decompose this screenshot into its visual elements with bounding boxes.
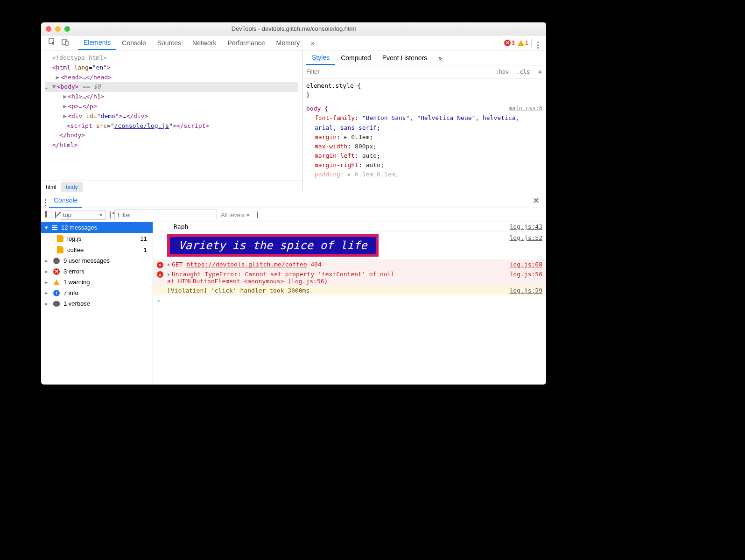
device-toggle-icon[interactable] bbox=[59, 36, 72, 49]
sidebar-user-messages[interactable]: ▸9 user messages bbox=[41, 255, 153, 266]
file-icon bbox=[57, 235, 63, 242]
tab-performance[interactable]: Performance bbox=[222, 36, 270, 49]
drawer-tab-console[interactable]: Console bbox=[49, 194, 82, 208]
warning-icon bbox=[518, 40, 524, 46]
add-rule-icon[interactable]: + bbox=[534, 67, 546, 77]
window-title: DevTools - devtools.glitch.me/console/lo… bbox=[70, 25, 517, 32]
svg-rect-4 bbox=[45, 211, 47, 217]
clear-console-icon[interactable] bbox=[55, 211, 56, 218]
selected-dom-node[interactable]: … ▼<body> == $0 bbox=[45, 82, 298, 92]
sidebar-info[interactable]: ▸i7 info bbox=[41, 287, 153, 298]
info-icon: i bbox=[53, 290, 60, 296]
tab-sources[interactable]: Sources bbox=[152, 36, 187, 49]
devtools-window: DevTools - devtools.glitch.me/console/lo… bbox=[41, 22, 546, 385]
sidebar-verbose[interactable]: ▸1 verbose bbox=[41, 298, 153, 309]
maximize-window-icon[interactable] bbox=[64, 26, 70, 32]
css-rules[interactable]: element.style { } main.css:6 body { font… bbox=[302, 78, 546, 182]
log-row-error[interactable]: ✕ ▸Uncaught TypeError: Cannot set proper… bbox=[153, 270, 546, 286]
tab-memory[interactable]: Memory bbox=[271, 36, 306, 49]
sidebar-file-coffee[interactable]: coffee1 bbox=[41, 244, 153, 255]
styled-log-message: Variety is the spice of life bbox=[167, 234, 379, 257]
kebab-menu-icon[interactable] bbox=[534, 35, 541, 50]
error-icon: ✕ bbox=[53, 268, 60, 275]
tab-elements[interactable]: Elements bbox=[78, 36, 116, 50]
traffic-lights bbox=[46, 26, 70, 32]
dom-breadcrumb: html body bbox=[41, 181, 302, 193]
hov-toggle[interactable]: :hov bbox=[492, 69, 513, 75]
console-drawer: Console ✕ top▾ All levels ▾ ▾ 12 message… bbox=[41, 193, 546, 385]
console-messages: Raph log.js:43 Variety is the spice of l… bbox=[153, 222, 546, 385]
error-icon: ✕ bbox=[504, 40, 511, 46]
main-tab-bar: Elements Console Sources Network Perform… bbox=[41, 35, 546, 50]
css-source-link[interactable]: main.css:6 bbox=[509, 104, 542, 113]
tab-event-listeners[interactable]: Event Listeners bbox=[377, 51, 433, 64]
dom-panel: <!doctype html> <html lang="en"> ▶<head>… bbox=[41, 50, 302, 193]
log-level-selector[interactable]: All levels ▾ bbox=[221, 211, 250, 218]
tab-more[interactable]: » bbox=[305, 36, 320, 49]
source-link[interactable]: log.js:56 bbox=[504, 271, 542, 278]
log-row[interactable]: Raph log.js:43 bbox=[153, 222, 546, 231]
live-expression-icon[interactable] bbox=[110, 211, 111, 218]
styles-filter-input[interactable] bbox=[302, 68, 492, 75]
sidebar-errors[interactable]: ▸✕3 errors bbox=[41, 266, 153, 277]
sidebar-file-logjs[interactable]: log.js11 bbox=[41, 233, 153, 244]
warning-icon bbox=[53, 280, 60, 285]
tab-styles-more[interactable]: » bbox=[433, 51, 448, 64]
drawer-menu-icon[interactable] bbox=[45, 195, 46, 206]
list-icon bbox=[52, 225, 57, 230]
upper-panels: <!doctype html> <html lang="en"> ▶<head>… bbox=[41, 50, 546, 193]
source-link[interactable]: log.js:68 bbox=[504, 261, 542, 268]
source-link[interactable]: log.js:52 bbox=[504, 234, 542, 241]
warning-count-badge[interactable]: 1 bbox=[518, 39, 528, 46]
styles-panel: Styles Computed Event Listeners » :hov .… bbox=[302, 50, 546, 193]
error-icon: ✕ bbox=[157, 262, 163, 268]
tab-styles[interactable]: Styles bbox=[306, 51, 335, 65]
styles-tab-bar: Styles Computed Event Listeners » bbox=[302, 50, 546, 65]
log-row-error[interactable]: ✕ ▸GET https://devtools.glitch.me/coffee… bbox=[153, 260, 546, 270]
console-sidebar: ▾ 12 messages log.js11 coffee1 ▸9 user m… bbox=[41, 222, 153, 385]
titlebar: DevTools - devtools.glitch.me/console/lo… bbox=[41, 22, 546, 35]
console-toolbar: top▾ All levels ▾ bbox=[41, 208, 546, 222]
source-link[interactable]: log.js:59 bbox=[504, 287, 542, 294]
svg-rect-2 bbox=[65, 41, 68, 45]
dom-tree[interactable]: <!doctype html> <html lang="en"> ▶<head>… bbox=[41, 50, 302, 181]
console-filter-input[interactable] bbox=[114, 210, 217, 220]
sidebar-warnings[interactable]: ▸1 warning bbox=[41, 277, 153, 287]
error-icon: ✕ bbox=[157, 271, 163, 278]
user-icon bbox=[53, 258, 60, 264]
sidebar-messages[interactable]: ▾ 12 messages bbox=[41, 222, 153, 233]
console-settings-icon[interactable] bbox=[257, 211, 258, 218]
log-row-violation[interactable]: [Violation] 'click' handler took 3000ms … bbox=[153, 286, 546, 295]
error-count-badge[interactable]: ✕3 bbox=[504, 39, 515, 46]
bug-icon bbox=[53, 301, 60, 307]
tab-console[interactable]: Console bbox=[116, 36, 151, 49]
toggle-sidebar-icon[interactable] bbox=[45, 211, 51, 219]
minimize-window-icon[interactable] bbox=[55, 26, 61, 32]
close-drawer-icon[interactable]: ✕ bbox=[530, 196, 542, 206]
inspect-icon[interactable] bbox=[46, 36, 59, 49]
breadcrumb-html[interactable]: html bbox=[41, 182, 61, 192]
console-prompt[interactable]: › bbox=[153, 295, 546, 306]
log-row-styled[interactable]: Variety is the spice of life log.js:52 bbox=[153, 231, 546, 260]
context-selector[interactable]: top▾ bbox=[60, 210, 106, 220]
tab-network[interactable]: Network bbox=[187, 36, 222, 49]
breadcrumb-body[interactable]: body bbox=[61, 182, 83, 192]
close-window-icon[interactable] bbox=[46, 26, 51, 32]
styles-filter-row: :hov .cls + bbox=[302, 65, 546, 78]
cls-toggle[interactable]: .cls bbox=[513, 69, 534, 75]
console-drawer-header: Console ✕ bbox=[41, 193, 546, 208]
tab-computed[interactable]: Computed bbox=[335, 51, 377, 64]
file-icon bbox=[57, 246, 63, 253]
source-link[interactable]: log.js:43 bbox=[504, 223, 542, 230]
console-body: ▾ 12 messages log.js11 coffee1 ▸9 user m… bbox=[41, 222, 546, 385]
